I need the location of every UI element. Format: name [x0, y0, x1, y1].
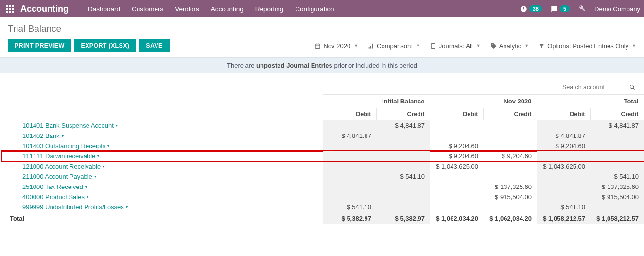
account-name-cell: 251000 Tax Received▾: [2, 182, 323, 192]
menu-vendors[interactable]: Vendors: [175, 5, 199, 13]
apps-icon[interactable]: [4, 3, 16, 15]
tag-icon: [490, 43, 497, 49]
account-link[interactable]: 101402 Bank▾: [22, 132, 64, 139]
notice-bar[interactable]: There are unposted Journal Entries prior…: [0, 57, 644, 73]
account-link[interactable]: 251000 Tax Received▾: [22, 183, 87, 190]
value-cell: [376, 141, 430, 151]
debug-icon[interactable]: [578, 4, 586, 13]
caret-down-icon: ▾: [103, 164, 104, 169]
search-icon[interactable]: [629, 84, 635, 91]
menu-dashboard[interactable]: Dashboard: [88, 5, 120, 13]
export-xlsx-button[interactable]: Export (XLSX): [74, 39, 137, 52]
value-cell: $ 915,504.00: [483, 192, 537, 202]
date-filter[interactable]: Nov 2020 ▼: [314, 42, 358, 50]
value-cell: [590, 151, 644, 161]
account-link[interactable]: 101401 Bank Suspense Account▾: [22, 122, 118, 129]
comparison-filter[interactable]: Comparison: ▼: [368, 42, 420, 50]
col-debit: Debit: [430, 108, 483, 120]
value-cell: $ 4,841.87: [323, 131, 376, 141]
value-cell: $ 541.10: [376, 171, 430, 182]
calendar-icon: [314, 43, 321, 49]
menu-reporting[interactable]: Reporting: [255, 5, 284, 13]
options-filter[interactable]: Options: Posted Entries Only ▼: [539, 42, 636, 50]
totals-label: Total: [2, 212, 323, 224]
account-name-cell: 999999 Undistributed Profits/Losses▾: [2, 202, 323, 212]
clock-icon: [520, 5, 527, 13]
value-cell: $ 9,204.60: [537, 141, 590, 151]
app-brand[interactable]: Accounting: [20, 4, 69, 14]
account-link-label: 211000 Account Payable: [22, 173, 92, 180]
page-header: Trial Balance Print Preview Export (XLSX…: [0, 17, 644, 57]
print-preview-button[interactable]: Print Preview: [8, 39, 71, 52]
menu-customers[interactable]: Customers: [132, 5, 163, 13]
value-cell: $ 4,841.87: [537, 131, 590, 141]
chat-icon: [551, 5, 558, 13]
value-cell: $ 9,204.60: [430, 141, 483, 151]
value-cell: [376, 202, 430, 212]
value-cell: [590, 161, 644, 171]
value-cell: [376, 182, 430, 192]
account-link-label: 999999 Undistributed Profits/Losses: [22, 204, 124, 211]
account-link[interactable]: 211000 Account Payable▾: [22, 173, 96, 180]
table-row: 400000 Product Sales▾$ 915,504.00$ 915,5…: [2, 192, 644, 202]
value-cell: [323, 151, 376, 161]
save-button[interactable]: Save: [139, 39, 169, 52]
value-cell: [483, 141, 537, 151]
total-cell: $ 5,382.97: [376, 212, 430, 224]
analytic-filter[interactable]: Analytic ▼: [490, 42, 529, 50]
value-cell: $ 137,325.60: [483, 182, 537, 192]
total-cell: $ 1,058,212.57: [537, 212, 590, 224]
value-cell: [590, 131, 644, 141]
wrench-icon: [578, 4, 586, 12]
menu-accounting[interactable]: Accounting: [211, 5, 244, 13]
value-cell: [376, 192, 430, 202]
value-cell: [323, 192, 376, 202]
table-row: 111111 Darwin receivable▾$ 9,204.60$ 9,2…: [2, 151, 644, 161]
table-row: 211000 Account Payable▾$ 541.10$ 541.10: [2, 171, 644, 182]
value-cell: [430, 131, 483, 141]
account-link[interactable]: 101403 Outstanding Receipts▾: [22, 142, 109, 150]
caret-down-icon: ▾: [126, 205, 128, 209]
activity-indicator[interactable]: 38: [520, 5, 542, 13]
value-cell: [483, 120, 537, 131]
apps-grid-icon: [6, 5, 14, 13]
value-cell: [590, 141, 644, 151]
notice-post: prior or included in this period: [332, 62, 417, 69]
value-cell: [376, 131, 430, 141]
journals-filter[interactable]: Journals: All ▼: [430, 42, 481, 50]
account-name-cell: 111111 Darwin receivable▾: [2, 151, 323, 161]
value-cell: [483, 161, 537, 171]
account-name-cell: 101401 Bank Suspense Account▾: [2, 120, 323, 131]
bar-chart-icon: [368, 43, 374, 49]
notice-pre: There are: [227, 62, 256, 69]
value-cell: [430, 182, 483, 192]
account-link[interactable]: 111111 Darwin receivable▾: [22, 153, 99, 160]
total-cell: $ 5,382.97: [323, 212, 376, 224]
report-table-wrap: Initial Balance Nov 2020 Total Debit Cre…: [0, 94, 644, 230]
value-cell: [430, 120, 483, 131]
value-cell: [376, 151, 430, 161]
analytic-filter-label: Analytic: [499, 42, 522, 50]
journals-filter-label: Journals: All: [439, 42, 473, 50]
total-cell: $ 1,058,212.57: [590, 212, 644, 224]
col-credit: Credit: [376, 108, 430, 120]
company-selector[interactable]: Demo Company: [594, 5, 640, 13]
value-cell: $ 137,325.60: [590, 182, 644, 192]
value-cell: $ 1,043,625.00: [430, 161, 483, 171]
value-cell: [323, 120, 376, 131]
menu-configuration[interactable]: Configuration: [295, 5, 334, 13]
value-cell: [430, 192, 483, 202]
account-link[interactable]: 999999 Undistributed Profits/Losses▾: [22, 204, 128, 211]
filter-bar: Nov 2020 ▼ Comparison: ▼ Journals: All ▼…: [314, 42, 636, 50]
value-cell: [430, 202, 483, 212]
messages-count: 5: [560, 5, 570, 12]
page-title: Trial Balance: [8, 23, 636, 34]
caret-down-icon: ▾: [94, 174, 96, 179]
account-link[interactable]: 400000 Product Sales▾: [22, 193, 88, 201]
value-cell: [590, 202, 644, 212]
account-link[interactable]: 121000 Account Receivable▾: [22, 163, 104, 170]
value-cell: $ 541.10: [590, 171, 644, 182]
account-link-label: 121000 Account Receivable: [22, 163, 101, 170]
messages-indicator[interactable]: 5: [551, 5, 570, 13]
search-input[interactable]: [562, 84, 626, 91]
